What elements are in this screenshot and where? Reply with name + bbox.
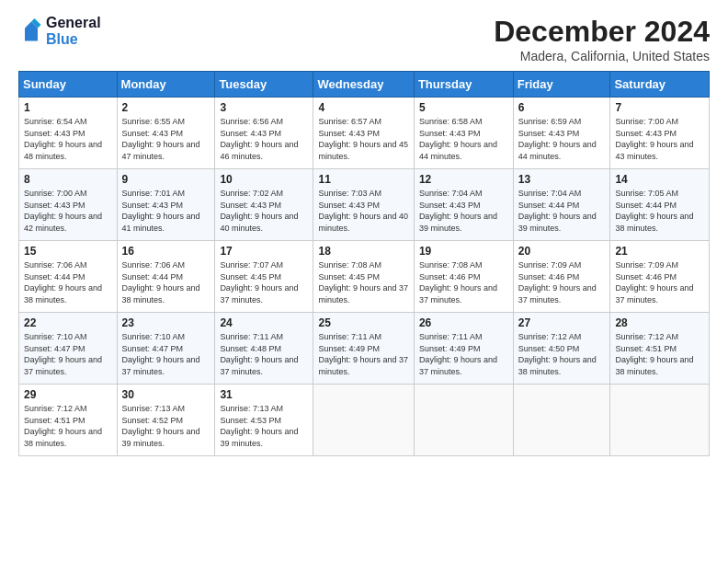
table-row: 18Sunrise: 7:08 AMSunset: 4:45 PMDayligh… xyxy=(313,241,414,313)
subtitle: Madera, California, United States xyxy=(494,49,710,63)
table-row: 8Sunrise: 7:00 AMSunset: 4:43 PMDaylight… xyxy=(19,169,118,241)
col-saturday: Saturday xyxy=(610,72,710,98)
table-row: 26Sunrise: 7:11 AMSunset: 4:49 PMDayligh… xyxy=(414,313,513,385)
col-tuesday: Tuesday xyxy=(215,72,313,98)
table-row: 1Sunrise: 6:54 AMSunset: 4:43 PMDaylight… xyxy=(19,98,118,169)
table-row xyxy=(313,385,414,456)
table-row: 13Sunrise: 7:04 AMSunset: 4:44 PMDayligh… xyxy=(513,169,610,241)
col-thursday: Thursday xyxy=(414,72,513,98)
table-row: 16Sunrise: 7:06 AMSunset: 4:44 PMDayligh… xyxy=(117,241,215,313)
table-row: 11Sunrise: 7:03 AMSunset: 4:43 PMDayligh… xyxy=(313,169,414,241)
col-wednesday: Wednesday xyxy=(313,72,414,98)
page: General Blue December 2024 Madera, Calif… xyxy=(0,0,728,465)
col-friday: Friday xyxy=(513,72,610,98)
table-row: 15Sunrise: 7:06 AMSunset: 4:44 PMDayligh… xyxy=(19,241,118,313)
table-row: 4Sunrise: 6:57 AMSunset: 4:43 PMDaylight… xyxy=(313,98,414,169)
table-row: 5Sunrise: 6:58 AMSunset: 4:43 PMDaylight… xyxy=(414,98,513,169)
table-row: 10Sunrise: 7:02 AMSunset: 4:43 PMDayligh… xyxy=(215,169,313,241)
table-row: 27Sunrise: 7:12 AMSunset: 4:50 PMDayligh… xyxy=(513,313,610,385)
table-row: 7Sunrise: 7:00 AMSunset: 4:43 PMDaylight… xyxy=(610,98,710,169)
table-row: 21Sunrise: 7:09 AMSunset: 4:46 PMDayligh… xyxy=(610,241,710,313)
col-monday: Monday xyxy=(117,72,215,98)
table-row: 22Sunrise: 7:10 AMSunset: 4:47 PMDayligh… xyxy=(19,313,118,385)
table-row: 3Sunrise: 6:56 AMSunset: 4:43 PMDaylight… xyxy=(215,98,313,169)
header: General Blue December 2024 Madera, Calif… xyxy=(18,15,710,63)
logo-icon xyxy=(18,18,44,44)
calendar-header-row: Sunday Monday Tuesday Wednesday Thursday… xyxy=(19,72,710,98)
table-row: 23Sunrise: 7:10 AMSunset: 4:47 PMDayligh… xyxy=(117,313,215,385)
table-row: 31Sunrise: 7:13 AMSunset: 4:53 PMDayligh… xyxy=(215,385,313,456)
table-row: 19Sunrise: 7:08 AMSunset: 4:46 PMDayligh… xyxy=(414,241,513,313)
table-row xyxy=(414,385,513,456)
table-row: 9Sunrise: 7:01 AMSunset: 4:43 PMDaylight… xyxy=(117,169,215,241)
table-row: 12Sunrise: 7:04 AMSunset: 4:43 PMDayligh… xyxy=(414,169,513,241)
table-row: 2Sunrise: 6:55 AMSunset: 4:43 PMDaylight… xyxy=(117,98,215,169)
table-row: 30Sunrise: 7:13 AMSunset: 4:52 PMDayligh… xyxy=(117,385,215,456)
table-row: 6Sunrise: 6:59 AMSunset: 4:43 PMDaylight… xyxy=(513,98,610,169)
table-row: 25Sunrise: 7:11 AMSunset: 4:49 PMDayligh… xyxy=(313,313,414,385)
table-row: 24Sunrise: 7:11 AMSunset: 4:48 PMDayligh… xyxy=(215,313,313,385)
table-row: 14Sunrise: 7:05 AMSunset: 4:44 PMDayligh… xyxy=(610,169,710,241)
logo: General Blue xyxy=(18,15,101,47)
calendar: Sunday Monday Tuesday Wednesday Thursday… xyxy=(18,71,710,456)
col-sunday: Sunday xyxy=(19,72,118,98)
main-title: December 2024 xyxy=(494,15,710,49)
table-row: 28Sunrise: 7:12 AMSunset: 4:51 PMDayligh… xyxy=(610,313,710,385)
logo-text: General Blue xyxy=(46,15,101,47)
table-row: 29Sunrise: 7:12 AMSunset: 4:51 PMDayligh… xyxy=(19,385,118,456)
table-row xyxy=(610,385,710,456)
table-row: 20Sunrise: 7:09 AMSunset: 4:46 PMDayligh… xyxy=(513,241,610,313)
table-row xyxy=(513,385,610,456)
title-block: December 2024 Madera, California, United… xyxy=(494,15,710,63)
table-row: 17Sunrise: 7:07 AMSunset: 4:45 PMDayligh… xyxy=(215,241,313,313)
